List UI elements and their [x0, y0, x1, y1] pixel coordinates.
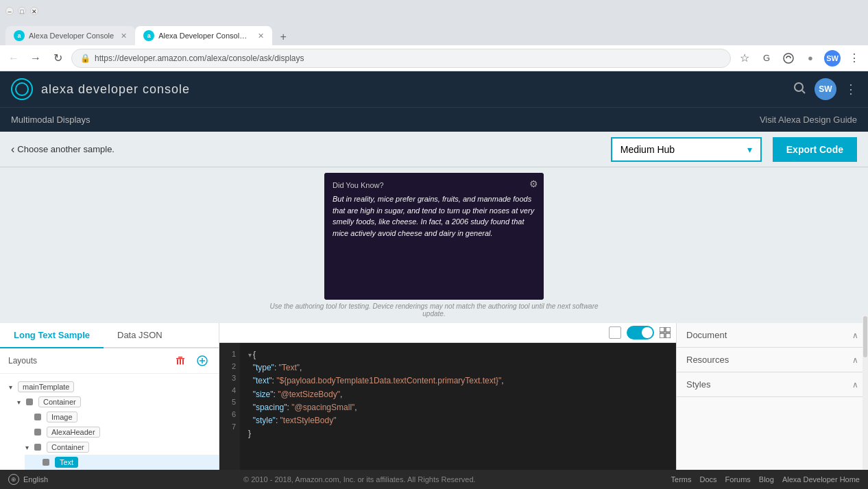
- document-chevron-icon: ∧: [852, 331, 858, 340]
- address-bar[interactable]: 🔒 https://developer.amazon.com/alexa/con…: [71, 49, 731, 68]
- code-line-3: "type": "Text",: [248, 361, 668, 374]
- app-header: alexa developer console SW ⋮: [0, 71, 868, 107]
- tree-item-container-1[interactable]: ▾ Container: [8, 394, 219, 409]
- maximize-button[interactable]: □: [18, 7, 26, 15]
- browser-toolbar: ← → ↻ 🔒 https://developer.amazon.com/ale…: [0, 45, 868, 71]
- alexa-logo: [11, 78, 33, 100]
- footer-links: Terms Docs Forums Blog Alexa Developer H…: [671, 475, 860, 484]
- more-menu-icon[interactable]: ⋮: [845, 82, 857, 97]
- new-tab-button[interactable]: +: [275, 29, 291, 45]
- right-panel: Document ∧ Resources ∧ Styles ∧: [676, 323, 868, 470]
- control-bar: ‹ Choose another sample. Medium Hub ▾ Ex…: [0, 132, 868, 167]
- design-guide-link[interactable]: Visit Alexa Design Guide: [760, 115, 857, 125]
- tab-long-text-sample[interactable]: Long Text Sample: [0, 323, 104, 348]
- styles-section-header[interactable]: Styles ∧: [677, 372, 868, 396]
- export-code-button[interactable]: Export Code: [773, 137, 857, 162]
- text-icon: [43, 459, 49, 466]
- tree-item-text[interactable]: Text: [25, 455, 219, 470]
- svg-rect-5: [177, 359, 178, 365]
- ext3-icon[interactable]: ●: [802, 50, 819, 67]
- code-content: 1 2 3 4 5 6 7 ▾{ "type": "Text", "text":…: [219, 343, 676, 470]
- refresh-button[interactable]: ↻: [49, 50, 66, 67]
- ext1-icon[interactable]: G: [758, 50, 775, 67]
- code-line-4: "text": "${payload.bodyTemplate1Data.tex…: [248, 374, 668, 387]
- search-icon[interactable]: [793, 81, 806, 98]
- main-content: Long Text Sample Data JSON Layouts: [0, 323, 868, 470]
- forward-button[interactable]: →: [27, 50, 44, 67]
- layouts-label: Layouts: [8, 356, 167, 366]
- svg-point-0: [784, 53, 793, 63]
- user-menu-button[interactable]: SW: [815, 78, 836, 100]
- tree-toggle-container-1[interactable]: ▾: [14, 397, 23, 407]
- app-header-right: SW ⋮: [793, 78, 857, 100]
- user-avatar[interactable]: SW: [824, 50, 841, 67]
- ext2-icon[interactable]: [780, 50, 797, 67]
- browser-tab-2[interactable]: a Alexa Developer Console - Multi... ✕: [135, 26, 272, 45]
- styles-section: Styles ∧: [677, 372, 868, 397]
- resources-section-header[interactable]: Resources ∧: [677, 348, 868, 372]
- browser-tab-1[interactable]: a Alexa Developer Console ✕: [5, 26, 135, 45]
- forums-link[interactable]: Forums: [725, 475, 751, 484]
- preview-area: Did You Know? But in reality, mice prefe…: [0, 167, 868, 323]
- svg-point-1: [795, 83, 803, 91]
- back-arrow-icon: ‹: [11, 143, 14, 156]
- toggle-knob: [642, 327, 653, 338]
- close-button[interactable]: ✕: [30, 7, 38, 15]
- square-view-icon[interactable]: [609, 326, 621, 339]
- view-toggle-switch[interactable]: [627, 326, 654, 339]
- add-layout-button[interactable]: [194, 353, 210, 369]
- svg-rect-3: [176, 358, 184, 359]
- language-label: English: [23, 475, 48, 484]
- tab-data-json[interactable]: Data JSON: [104, 323, 176, 347]
- tree-item-container-2[interactable]: ▾ Container: [16, 440, 219, 455]
- svg-rect-11: [660, 327, 664, 332]
- tree-item-alexaheader[interactable]: AlexaHeader: [16, 425, 219, 440]
- layouts-toolbar: Layouts: [0, 348, 219, 374]
- document-section-header[interactable]: Document ∧: [677, 323, 868, 347]
- tree-label-image: Image: [47, 412, 77, 422]
- device-dropdown-value: Medium Hub: [620, 144, 675, 155]
- blog-link[interactable]: Blog: [759, 475, 774, 484]
- tab2-close[interactable]: ✕: [258, 32, 264, 40]
- left-panel-scrollbar[interactable]: [863, 323, 868, 470]
- chevron-down-icon: ▾: [747, 144, 752, 155]
- svg-rect-14: [666, 333, 671, 338]
- window-buttons[interactable]: – □ ✕: [5, 7, 38, 15]
- back-label: Choose another sample.: [17, 144, 114, 154]
- language-globe-icon: ⊕: [8, 474, 19, 485]
- docs-link[interactable]: Docs: [700, 475, 717, 484]
- code-line-7: "style": "textStyleBody": [248, 414, 668, 427]
- sub-header-title: Multimodal Displays: [11, 115, 91, 125]
- code-line-8: }: [248, 427, 668, 440]
- back-button[interactable]: ←: [5, 50, 22, 67]
- minimize-button[interactable]: –: [5, 7, 14, 15]
- scrollbar-thumb[interactable]: [863, 323, 867, 357]
- svg-rect-6: [182, 359, 184, 365]
- tree-toggle-container-2[interactable]: ▾: [22, 442, 32, 452]
- alexa-developer-home-link[interactable]: Alexa Developer Home: [782, 475, 860, 484]
- app-title: alexa developer console: [41, 82, 190, 97]
- tab1-close[interactable]: ✕: [121, 32, 127, 40]
- grid-view-icon[interactable]: [660, 327, 671, 338]
- tree-item-maintemplate[interactable]: ▾ mainTemplate: [0, 379, 219, 394]
- tab1-favicon: a: [14, 30, 25, 41]
- delete-layout-button[interactable]: [172, 353, 189, 369]
- browser-menu-icon[interactable]: ⋮: [846, 50, 863, 67]
- tree-item-image[interactable]: Image: [16, 409, 219, 425]
- tree-label-alexaheader: AlexaHeader: [47, 427, 100, 438]
- resources-section: Resources ∧: [677, 348, 868, 372]
- device-dropdown[interactable]: Medium Hub ▾: [611, 137, 762, 162]
- bookmark-icon[interactable]: ☆: [736, 50, 753, 67]
- preview-footer-note: Use the authoring tool for testing. Devi…: [263, 302, 605, 318]
- footer: ⊕ English © 2010 - 2018, Amazon.com, Inc…: [0, 470, 868, 489]
- resources-section-title: Resources: [686, 355, 729, 365]
- sub-header: Multimodal Displays Visit Alexa Design G…: [0, 107, 868, 132]
- footer-left: ⊕ English: [8, 474, 48, 485]
- layout-tree: ▾ mainTemplate ▾ Container Image AlexaHe…: [0, 374, 219, 470]
- terms-link[interactable]: Terms: [671, 475, 692, 484]
- tree-toggle-maintemplate[interactable]: ▾: [5, 382, 15, 392]
- left-panel: Long Text Sample Data JSON Layouts: [0, 323, 219, 470]
- back-to-samples-button[interactable]: ‹ Choose another sample.: [11, 143, 114, 156]
- preview-body-text: But in reality, mice prefer grains, frui…: [333, 193, 535, 239]
- resources-chevron-icon: ∧: [852, 355, 858, 365]
